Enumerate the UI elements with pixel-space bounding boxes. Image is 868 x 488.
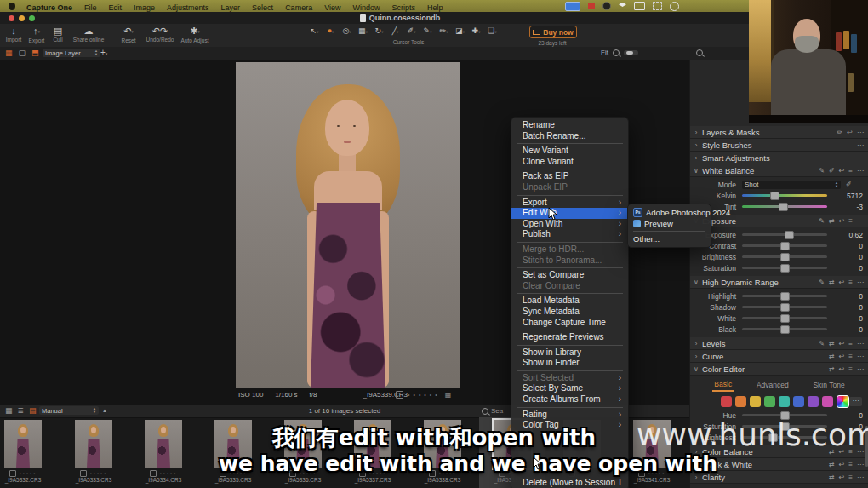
- chevron-right-icon[interactable]: ›: [690, 154, 702, 162]
- buy-now-button[interactable]: Buy now: [529, 26, 577, 38]
- section-header[interactable]: ∨White Balance✎✐↩≡⋯: [690, 164, 868, 177]
- record-indicator-icon[interactable]: [588, 3, 595, 9]
- menu-item-change-capture-time[interactable]: Change Capture Time: [511, 318, 628, 329]
- heal-tool[interactable]: ✚▾: [470, 26, 483, 37]
- chevron-down-icon[interactable]: ∨: [690, 167, 702, 175]
- highlight-slider[interactable]: [742, 295, 827, 297]
- submenu-item-adobe-photoshop-2024[interactable]: PsAdobe Photoshop 2024: [628, 207, 711, 218]
- color-swatch-5[interactable]: [793, 396, 804, 407]
- more-icon[interactable]: ⋯: [857, 353, 864, 360]
- pen-icon[interactable]: ✎: [819, 167, 825, 175]
- more-icon[interactable]: ⋯: [857, 365, 864, 373]
- section-header[interactable]: ›Smart Adjustments⋯: [690, 152, 868, 164]
- rotate-tool[interactable]: ↻▾: [373, 26, 385, 37]
- preset-icon[interactable]: ≡: [848, 340, 853, 347]
- zoom-slider[interactable]: [624, 50, 638, 55]
- shadow-slider[interactable]: [742, 306, 827, 308]
- menu-item-batch-rename[interactable]: Batch Rename...: [511, 131, 628, 142]
- preset-icon[interactable]: ≡: [848, 278, 853, 286]
- undo-icon[interactable]: ↩: [839, 365, 845, 373]
- menubar-item-help[interactable]: Help: [421, 3, 449, 12]
- more-icon[interactable]: ⋯: [857, 217, 864, 225]
- select-checkbox[interactable]: [396, 391, 403, 399]
- cull-button[interactable]: ▤Cull: [49, 26, 66, 43]
- rating-dots[interactable]: ••••••: [408, 392, 441, 398]
- screen-frame-icon[interactable]: [653, 2, 662, 10]
- menubar-item-window[interactable]: Window: [347, 3, 386, 12]
- undo-icon[interactable]: ↩: [839, 167, 845, 175]
- more-icon[interactable]: ⋯: [857, 167, 864, 175]
- menubar-item-scripts[interactable]: Scripts: [386, 3, 422, 12]
- auto-icon[interactable]: ⇄: [829, 365, 835, 373]
- single-view-icon[interactable]: ▢: [19, 49, 26, 58]
- grid-view-icon[interactable]: ▦: [5, 406, 13, 416]
- pen-icon[interactable]: ✎: [819, 217, 825, 225]
- color-swatch-3[interactable]: [764, 396, 775, 407]
- chevron-right-icon[interactable]: ›: [690, 141, 702, 149]
- search-field[interactable]: Sea: [482, 407, 503, 415]
- menu-item-load-metadata[interactable]: Load Metadata: [511, 296, 628, 307]
- menu-item-export[interactable]: Export›: [511, 198, 628, 209]
- apple-logo-icon[interactable]: [9, 3, 15, 10]
- multi-view-icon[interactable]: ▦: [5, 49, 13, 58]
- display-active-icon[interactable]: [565, 2, 580, 11]
- preset-icon[interactable]: ≡: [848, 365, 853, 373]
- slider-handle[interactable]: [780, 325, 790, 334]
- tab-basic[interactable]: Basic: [712, 378, 734, 392]
- swatch-more-button[interactable]: ⋯: [849, 397, 862, 406]
- eyedropper-icon[interactable]: ✐: [846, 181, 852, 188]
- menubar-item-file[interactable]: File: [78, 3, 103, 12]
- menu-item-rename[interactable]: Rename: [511, 120, 628, 131]
- section-header[interactable]: ›Style Brushes⋯: [690, 139, 868, 152]
- color-swatch-8[interactable]: [837, 395, 849, 408]
- clone-tool[interactable]: ❏▾: [486, 26, 499, 37]
- section-header[interactable]: ∨High Dynamic Range✎⇄↩≡⋯: [690, 276, 868, 289]
- brush-icon[interactable]: ✏: [837, 129, 843, 136]
- dropper-icon[interactable]: ✐: [829, 167, 835, 175]
- presenter-video[interactable]: [749, 0, 868, 123]
- menubar-item-image[interactable]: Image: [128, 3, 161, 12]
- saturation-slider[interactable]: [742, 267, 827, 269]
- straighten-tool[interactable]: ╱▾: [389, 26, 402, 37]
- menu-item-select-by-same[interactable]: Select By Same›: [511, 383, 628, 394]
- chevron-right-icon[interactable]: ›: [690, 353, 702, 360]
- pan-tool[interactable]: ●▾: [324, 26, 337, 37]
- loupe-tool[interactable]: ◎▾: [340, 26, 353, 37]
- tint-slider[interactable]: [742, 205, 827, 208]
- add-layer-button[interactable]: +▾: [100, 48, 107, 57]
- menu-item-clone-variant[interactable]: Clone Variant: [511, 157, 628, 168]
- crop-tool[interactable]: ▦▾: [357, 26, 369, 37]
- draw-mask-tool[interactable]: ✏▾: [437, 26, 450, 37]
- zoom-fit-select[interactable]: Fit: [601, 49, 608, 56]
- proof-camera-icon[interactable]: ⬒: [31, 49, 39, 58]
- preset-icon[interactable]: ≡: [848, 217, 853, 225]
- photo-model[interactable]: [236, 62, 460, 388]
- exposure-picker[interactable]: ✎▾: [421, 26, 434, 37]
- pen-icon[interactable]: ✎: [819, 340, 825, 347]
- menu-item-show-in-finder[interactable]: Show in Finder: [511, 358, 628, 369]
- chevron-down-icon[interactable]: ∨: [690, 365, 702, 373]
- submenu-item-preview[interactable]: Preview: [628, 218, 711, 229]
- color-swatch-6[interactable]: [808, 396, 819, 407]
- slider-handle[interactable]: [780, 264, 790, 273]
- auto-icon[interactable]: ⇄: [829, 217, 835, 225]
- more-icon[interactable]: ⋯: [857, 154, 864, 162]
- menubar-item-capture-one[interactable]: Capture One: [20, 3, 78, 12]
- color-swatch-7[interactable]: [822, 396, 833, 407]
- undo-icon[interactable]: ↩: [847, 129, 853, 136]
- brightness-slider[interactable]: [742, 255, 827, 258]
- menu-item-publish[interactable]: Publish›: [511, 229, 628, 240]
- menubar-item-select[interactable]: Select: [246, 3, 279, 12]
- more-icon[interactable]: ⋯: [857, 278, 864, 286]
- thumbnail-checkbox[interactable]: [9, 470, 16, 477]
- white-slider[interactable]: [742, 317, 827, 319]
- slider-handle[interactable]: [780, 242, 790, 250]
- dropbox-icon[interactable]: [619, 3, 626, 10]
- sort-mode-select[interactable]: Manual ▲▼: [39, 406, 99, 415]
- collapse-browser-icon[interactable]: —: [677, 405, 684, 414]
- filmstrip-toggle-icon[interactable]: ▦: [445, 391, 452, 399]
- reset-button[interactable]: ↶▾Reset: [117, 26, 140, 43]
- kelvin-slider[interactable]: [742, 194, 827, 197]
- auto-icon[interactable]: ⇄: [829, 278, 835, 286]
- sort-direction-icon[interactable]: ▲: [102, 408, 107, 413]
